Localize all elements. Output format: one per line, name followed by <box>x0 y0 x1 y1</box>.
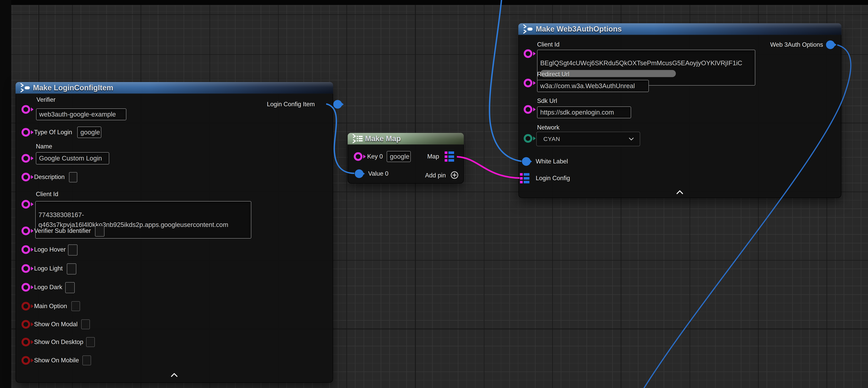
input-pin-name[interactable] <box>22 154 30 163</box>
input-pin-verifier[interactable] <box>22 105 30 114</box>
pin-label-logo-light: Logo Light <box>34 265 63 272</box>
input-pin-show-on-mobile[interactable] <box>22 356 30 365</box>
main-option-checkbox[interactable] <box>71 301 80 311</box>
input-pin-show-on-modal[interactable] <box>22 320 30 329</box>
pin-label-login-config: Login Config <box>536 175 570 182</box>
output-pin-map[interactable] <box>445 151 454 162</box>
input-pin-value-0[interactable] <box>355 169 364 178</box>
node-title: Make Map <box>365 133 401 144</box>
output-pin-label-map: Map <box>427 153 439 160</box>
logo-dark-field-empty[interactable] <box>65 282 75 293</box>
make-map-icon <box>352 133 364 145</box>
node-make-map[interactable]: Make Map Key 0 google Map Value 0 Add pi… <box>348 133 464 184</box>
collapse-caret-icon[interactable] <box>676 190 684 196</box>
node-title: Make Web3AuthOptions <box>536 23 622 35</box>
pin-label-main-option: Main Option <box>34 303 67 310</box>
input-pin-logo-dark[interactable] <box>22 283 30 292</box>
input-pin-key-0[interactable] <box>354 152 363 161</box>
input-pin-logo-light[interactable] <box>22 264 30 273</box>
input-pin-client-id[interactable] <box>524 49 532 58</box>
output-pin-web3auth-options[interactable] <box>826 40 835 49</box>
input-pin-show-on-desktop[interactable] <box>22 338 30 347</box>
input-pin-client-id[interactable] <box>22 200 30 209</box>
logo-hover-field-empty[interactable] <box>68 244 78 256</box>
pin-label-value-0: Value 0 <box>368 170 389 177</box>
input-pin-description[interactable] <box>22 173 30 181</box>
description-field-empty[interactable] <box>69 172 77 182</box>
viewport-left-edge <box>0 0 11 388</box>
make-struct-icon <box>522 24 533 35</box>
output-pin-label: Web 3Auth Options <box>770 41 823 48</box>
node-header[interactable]: Make Web3AuthOptions <box>518 23 841 35</box>
chevron-down-icon <box>629 138 634 141</box>
pin-label-white-label: White Label <box>536 158 568 165</box>
pin-label-description: Description <box>34 174 65 181</box>
pin-label-network: Network <box>537 124 560 131</box>
add-pin-label: Add pin <box>425 172 446 179</box>
redirect-url-field[interactable]: w3a://com.w3a.Web3AuthUnreal <box>537 80 649 92</box>
pin-label-sdk-url: Sdk Url <box>537 97 557 105</box>
input-pin-login-config[interactable] <box>520 173 529 183</box>
add-pin-icon[interactable] <box>450 170 459 181</box>
output-pin-login-config-item[interactable] <box>333 100 342 109</box>
input-pin-redirect-url[interactable] <box>524 79 532 87</box>
make-struct-icon <box>20 83 31 94</box>
show-on-mobile-checkbox[interactable] <box>82 355 91 365</box>
node-make-web3authoptions[interactable]: Make Web3AuthOptions Web 3Auth Options C… <box>518 23 841 198</box>
pin-label-show-on-mobile: Show On Mobile <box>34 357 79 364</box>
pin-label-show-on-modal: Show On Modal <box>34 321 78 328</box>
sdk-url-field[interactable]: https://sdk.openlogin.com <box>537 107 631 118</box>
pin-label-logo-dark: Logo Dark <box>34 284 62 291</box>
verifier-sub-identifier-field-empty[interactable] <box>95 226 104 237</box>
collapse-caret-icon[interactable] <box>170 372 179 378</box>
output-pin-label: Login Config Item <box>267 101 315 108</box>
input-pin-main-option[interactable] <box>22 302 30 310</box>
input-pin-network[interactable] <box>524 134 532 143</box>
pin-label-verifier-sub-identifier: Verifier Sub Identifier <box>34 227 91 234</box>
input-pin-verifier-sub-identifier[interactable] <box>22 227 30 235</box>
pin-label-name: Name <box>36 143 52 150</box>
pin-label-show-on-desktop: Show On Desktop <box>34 338 83 346</box>
input-pin-white-label[interactable] <box>522 157 531 166</box>
network-dropdown[interactable]: CYAN <box>536 132 640 146</box>
node-title: Make LoginConfigItem <box>33 82 113 93</box>
name-field[interactable]: Google Custom Login <box>36 152 109 165</box>
type-of-login-field[interactable]: google <box>77 126 101 138</box>
pin-label-key-0: Key 0 <box>367 153 383 160</box>
verifier-field[interactable]: web3auth-google-example <box>36 109 126 120</box>
input-pin-sdk-url[interactable] <box>524 105 532 114</box>
pin-label-redirect-url: Redirect Url <box>537 71 569 78</box>
pin-label-type-of-login: Type Of Login <box>34 129 72 136</box>
pin-label-logo-hover: Logo Hover <box>34 246 66 253</box>
input-pin-logo-hover[interactable] <box>22 245 30 254</box>
logo-light-field-empty[interactable] <box>67 263 76 274</box>
show-on-modal-checkbox[interactable] <box>81 319 90 329</box>
pin-label-client-id: Client Id <box>36 191 58 198</box>
key-0-field[interactable]: google <box>387 151 411 162</box>
viewport-top-edge <box>0 0 868 5</box>
show-on-desktop-checkbox[interactable] <box>86 337 95 347</box>
node-make-loginconfigitem[interactable]: Make LoginConfigItem Login Config Item V… <box>16 82 333 383</box>
pin-label-verifier: Verifier <box>36 96 55 103</box>
node-header[interactable]: Make LoginConfigItem <box>16 82 333 94</box>
input-pin-type-of-login[interactable] <box>22 128 30 137</box>
pin-label-client-id: Client Id <box>537 41 560 48</box>
node-header[interactable]: Make Map <box>348 133 464 145</box>
